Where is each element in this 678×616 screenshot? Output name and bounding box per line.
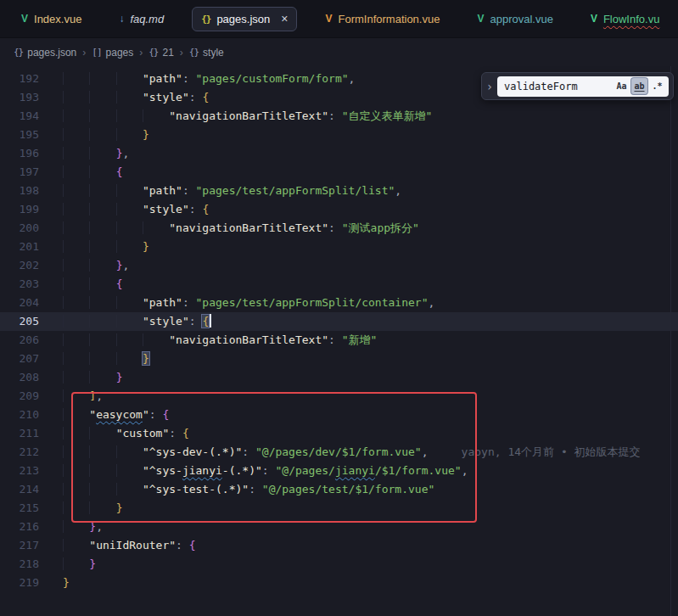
breadcrumb-label: 21: [163, 47, 174, 59]
tab-pages-json[interactable]: {}pages.json×: [192, 7, 297, 31]
code-text: }: [63, 555, 96, 574]
line-number: 200: [0, 219, 39, 238]
code-token: [63, 259, 116, 272]
code-line-214[interactable]: 214 "^sys-test-(.*)": "@/pages/test/$1/f…: [0, 480, 678, 499]
code-token: "uniIdRouter": [89, 539, 176, 552]
tab-flowinfo-vu[interactable]: VFlowInfo.vu: [581, 7, 670, 31]
tab-forminformation-vue[interactable]: VFormInformation.vue: [316, 7, 449, 31]
code-line-198[interactable]: 198 "path": "pages/test/appFormSplit/lis…: [0, 182, 678, 200]
code-token: }: [116, 371, 123, 384]
regex-button[interactable]: .*: [649, 78, 665, 94]
breadcrumb-item-pages.json[interactable]: {}pages.json: [14, 47, 76, 59]
code-line-199[interactable]: 199 "style": {: [0, 200, 678, 219]
line-number: 195: [0, 126, 39, 144]
match-case-button[interactable]: Aa: [614, 78, 630, 94]
breadcrumb-item-style[interactable]: {}style: [189, 47, 224, 59]
json-icon: {}: [201, 14, 210, 24]
code-line-210[interactable]: 210 "easycom": {: [0, 406, 678, 424]
tab-approval-vue[interactable]: Vapproval.vue: [468, 7, 562, 31]
line-number: 206: [0, 331, 39, 350]
object-icon: {}: [189, 47, 199, 58]
code-text: "uniIdRouter": {: [63, 536, 196, 555]
line-number: 213: [0, 462, 39, 480]
code-token: yaoyn, 14个月前 • 初始版本提交: [428, 445, 640, 458]
code-text: "style": {: [63, 312, 211, 331]
code-token: :: [169, 427, 182, 440]
code-line-212[interactable]: 212 "^sys-dev-(.*)": "@/pages/dev/$1/for…: [0, 443, 678, 462]
close-icon[interactable]: ×: [281, 13, 288, 25]
code-line-217[interactable]: 217 "uniIdRouter": {: [0, 536, 678, 555]
code-line-215[interactable]: 215 }: [0, 499, 678, 518]
code-token: "^sys-test-(.*)": [143, 483, 249, 496]
code-token: :: [242, 445, 255, 458]
tab-bar: VIndex.vue↓faq.md{}pages.json×VFormInfor…: [0, 0, 678, 38]
code-token: [63, 427, 116, 440]
code-token: :: [182, 184, 196, 197]
tab-index-vue[interactable]: VIndex.vue: [12, 7, 91, 31]
code-token: :: [182, 296, 196, 309]
code-token: "@/pages/test/$1/form.vue": [262, 483, 435, 496]
line-number: 215: [0, 499, 39, 518]
code-token: "新增": [342, 333, 378, 346]
code-text: },: [63, 144, 129, 163]
code-token: "style": [143, 203, 189, 216]
code-line-201[interactable]: 201 }: [0, 238, 678, 256]
code-line-196[interactable]: 196 },: [0, 144, 678, 163]
whole-word-button[interactable]: ab: [631, 78, 647, 94]
code-token: ,: [349, 72, 356, 85]
find-input[interactable]: validateForm Aaab.*: [497, 76, 669, 97]
breadcrumb-label: pages: [106, 47, 134, 59]
code-line-197[interactable]: 197 {: [0, 163, 678, 182]
vue-icon: V: [21, 14, 28, 24]
line-number: 212: [0, 443, 39, 462]
code-text: "custom": {: [63, 424, 189, 443]
line-number: 192: [0, 70, 39, 88]
code-token: :: [328, 221, 342, 234]
code-line-202[interactable]: 202 },: [0, 256, 678, 275]
line-number: 203: [0, 275, 39, 294]
code-token: "style": [143, 91, 189, 104]
code-line-219[interactable]: 219}: [0, 574, 678, 592]
tab-label: FormInformation.vue: [338, 13, 440, 25]
code-line-205[interactable]: 205 "style": {: [0, 312, 678, 331]
code-line-213[interactable]: 213 "^sys-jianyi-(.*)": "@/pages/jianyi/…: [0, 462, 678, 480]
code-token: [63, 539, 89, 552]
breadcrumb-item-21[interactable]: {}21: [148, 47, 174, 59]
code-token: }: [143, 128, 149, 141]
code-token: ,: [96, 389, 103, 402]
code-line-203[interactable]: 203 {: [0, 275, 678, 294]
line-number: 210: [0, 406, 39, 424]
breadcrumb-item-pages[interactable]: []pages: [92, 47, 133, 59]
code-token: [63, 184, 143, 197]
code-token: "^sys-: [143, 464, 182, 477]
code-token: "pages/customForm/form": [196, 72, 349, 85]
code-line-206[interactable]: 206 "navigationBarTitleText": "新增": [0, 331, 678, 350]
code-token: "测试app拆分": [342, 221, 419, 234]
code-line-200[interactable]: 200 "navigationBarTitleText": "测试app拆分": [0, 219, 678, 238]
code-line-207[interactable]: 207 }: [0, 350, 678, 368]
code-line-211[interactable]: 211 "custom": {: [0, 424, 678, 443]
code-line-195[interactable]: 195 }: [0, 126, 678, 144]
code-token: "custom": [116, 427, 170, 440]
code-token: }: [116, 501, 123, 514]
tab-label: faq.md: [130, 13, 164, 25]
code-line-208[interactable]: 208 }: [0, 368, 678, 387]
vue-icon: V: [325, 14, 332, 24]
line-number: 214: [0, 480, 39, 499]
tab-faq-md[interactable]: ↓faq.md: [109, 7, 173, 31]
code-line-218[interactable]: 218 }: [0, 555, 678, 574]
code-token: [63, 109, 169, 122]
toggle-replace-chevron-icon[interactable]: ›: [482, 80, 497, 93]
line-number: 204: [0, 294, 39, 312]
code-token: "^sys-dev-(.*)": [143, 445, 242, 458]
code-token: [63, 221, 169, 234]
code-line-194[interactable]: 194 "navigationBarTitleText": "自定义表单新增": [0, 107, 678, 126]
code-token: }: [89, 557, 96, 570]
code-line-204[interactable]: 204 "path": "pages/test/appFormSplit/con…: [0, 294, 678, 312]
code-line-216[interactable]: 216 },: [0, 518, 678, 536]
find-query[interactable]: validateForm: [504, 81, 612, 92]
line-number: 211: [0, 424, 39, 443]
code-line-209[interactable]: 209 ],: [0, 387, 678, 406]
line-number: 208: [0, 368, 39, 387]
scrollbar[interactable]: [670, 66, 671, 616]
